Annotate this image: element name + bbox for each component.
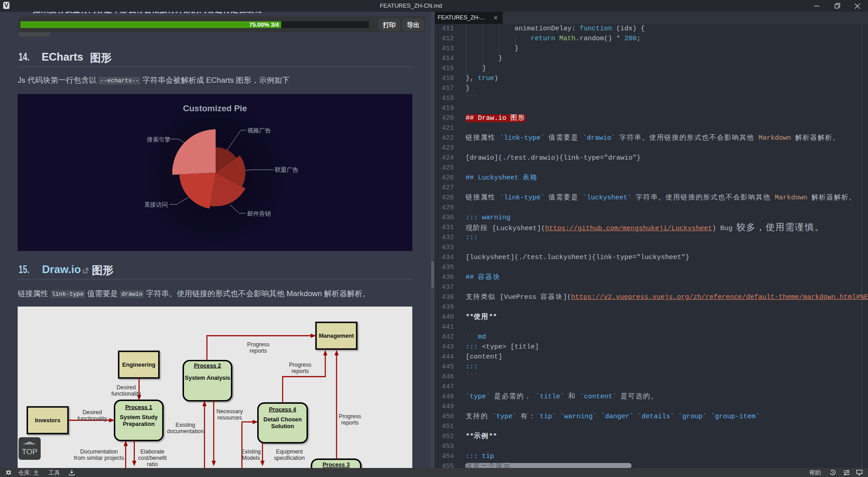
svg-text:specification: specification (274, 455, 305, 461)
svg-text:Process 2: Process 2 (194, 363, 221, 369)
svg-text:直接访问: 直接访问 (144, 201, 168, 208)
svg-text:Necessary: Necessary (217, 408, 243, 415)
svg-text:functionality: functionality (111, 391, 141, 397)
svg-text:视频广告: 视频广告 (247, 127, 271, 134)
svg-text:System Study: System Study (120, 414, 158, 420)
svg-text:System Analysis: System Analysis (185, 375, 230, 381)
svg-text:Progress: Progress (247, 341, 270, 348)
svg-text:Existing: Existing (175, 422, 195, 428)
svg-text:搜索引擎: 搜索引擎 (146, 136, 170, 143)
svg-text:cost/benefit: cost/benefit (138, 455, 167, 461)
svg-text:Elaborate: Elaborate (140, 449, 164, 455)
svg-text:Process 1: Process 1 (125, 404, 152, 411)
svg-text:functionality: functionality (77, 416, 107, 422)
svg-text:Desired: Desired (117, 384, 136, 391)
svg-text:reports: reports (341, 420, 359, 426)
svg-text:Engineering: Engineering (122, 362, 155, 368)
svg-text:Equipment: Equipment (276, 449, 303, 455)
svg-text:resources: resources (217, 415, 242, 421)
svg-text:reports: reports (292, 368, 309, 374)
svg-text:Progress: Progress (339, 413, 361, 420)
svg-text:Process 4: Process 4 (269, 406, 296, 413)
svg-text:Management: Management (319, 333, 354, 339)
svg-text:Solution: Solution (271, 423, 294, 430)
svg-text:Investors: Investors (35, 417, 60, 424)
svg-text:Desired: Desired (83, 409, 102, 416)
svg-text:Preparation: Preparation (123, 421, 155, 427)
svg-text:Documentation: Documentation (80, 449, 118, 455)
svg-text:联盟广告: 联盟广告 (274, 166, 298, 173)
svg-text:ratio: ratio (147, 461, 158, 468)
svg-text:reports: reports (250, 348, 267, 354)
svg-text:documentation: documentation (167, 428, 203, 434)
svg-text:Process 3: Process 3 (323, 462, 350, 468)
svg-text:Detail Chosen: Detail Chosen (264, 416, 302, 423)
svg-text:Existing: Existing (241, 449, 260, 455)
svg-text:Progress: Progress (289, 362, 311, 368)
svg-text:Models: Models (242, 455, 260, 461)
svg-text:邮件营销: 邮件营销 (247, 210, 271, 217)
svg-text:from similar projects: from similar projects (74, 455, 124, 461)
